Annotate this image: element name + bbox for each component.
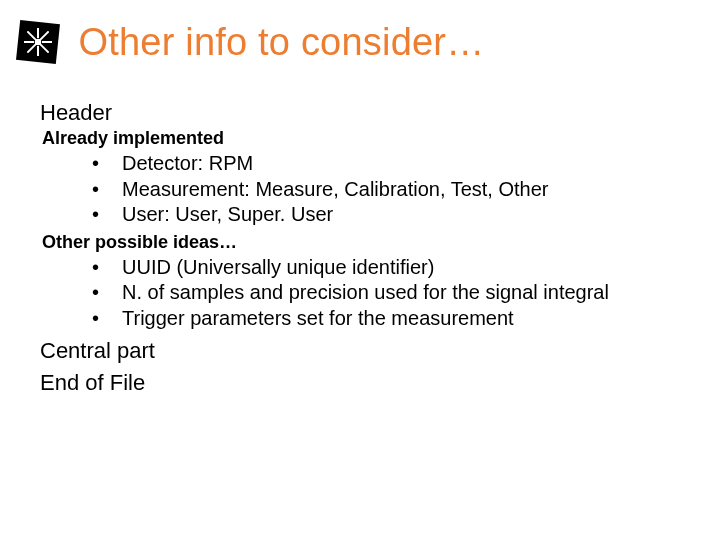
subsection-already: Already implemented (42, 128, 680, 149)
list-item: Detector: RPM (40, 151, 680, 177)
already-list: Detector: RPM Measurement: Measure, Cali… (40, 151, 680, 228)
section-central: Central part (40, 338, 680, 364)
slide: Other info to consider… Header Already i… (0, 0, 720, 540)
svg-rect-4 (24, 41, 34, 43)
burst-icon (14, 18, 62, 66)
ideas-list: UUID (Universally unique identifier) N. … (40, 255, 680, 332)
slide-title: Other info to consider… (78, 21, 484, 64)
list-item: N. of samples and precision used for the… (40, 280, 680, 306)
list-item: Measurement: Measure, Calibration, Test,… (40, 177, 680, 203)
svg-point-8 (27, 31, 29, 33)
svg-rect-2 (37, 28, 39, 38)
section-eof: End of File (40, 370, 680, 396)
title-row: Other info to consider… (14, 18, 484, 66)
svg-point-11 (47, 51, 49, 53)
section-header: Header (40, 100, 680, 126)
svg-point-10 (27, 51, 29, 53)
subsection-ideas: Other possible ideas… (42, 232, 680, 253)
svg-rect-3 (37, 46, 39, 56)
list-item: UUID (Universally unique identifier) (40, 255, 680, 281)
list-item: User: User, Super. User (40, 202, 680, 228)
slide-body: Header Already implemented Detector: RPM… (40, 98, 680, 396)
svg-point-9 (47, 31, 49, 33)
list-item: Trigger parameters set for the measureme… (40, 306, 680, 332)
svg-rect-5 (42, 41, 52, 43)
